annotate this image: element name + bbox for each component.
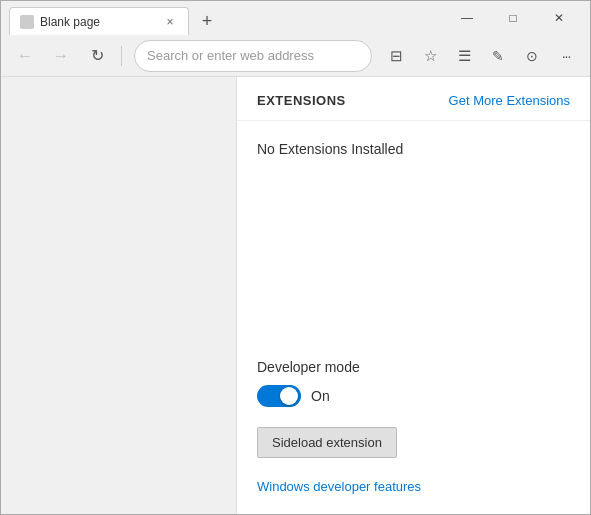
windows-developer-features-link[interactable]: Windows developer features <box>257 479 421 494</box>
minimize-button[interactable]: — <box>444 1 490 35</box>
refresh-icon: ↻ <box>91 46 104 65</box>
extensions-panel: EXTENSIONS Get More Extensions No Extens… <box>236 77 590 514</box>
web-notes-icon: ✎ <box>492 48 504 64</box>
forward-button[interactable]: → <box>45 40 77 72</box>
tab-area: Blank page × + <box>9 1 444 35</box>
new-tab-button[interactable]: + <box>193 7 221 35</box>
hub-icon: ☰ <box>458 47 471 65</box>
extensions-body: No Extensions Installed Developer mode O… <box>237 121 590 514</box>
extensions-header: EXTENSIONS Get More Extensions <box>237 77 590 121</box>
forward-icon: → <box>53 47 69 65</box>
developer-section: Developer mode On Sideload extension Win… <box>257 339 570 494</box>
favorites-button[interactable]: ☆ <box>414 40 446 72</box>
address-bar[interactable]: Search or enter web address <box>134 40 372 72</box>
active-tab[interactable]: Blank page × <box>9 7 189 35</box>
back-icon: ← <box>17 47 33 65</box>
refresh-button[interactable]: ↻ <box>81 40 113 72</box>
extensions-title: EXTENSIONS <box>257 93 346 108</box>
content-area: EXTENSIONS Get More Extensions No Extens… <box>1 77 590 514</box>
left-panel <box>1 77 236 514</box>
back-button[interactable]: ← <box>9 40 41 72</box>
share-icon: ⊙ <box>526 48 538 64</box>
favorites-icon: ☆ <box>424 47 437 65</box>
hub-button[interactable]: ☰ <box>448 40 480 72</box>
toolbar-icons: ⊟ ☆ ☰ ✎ ⊙ ··· <box>380 40 582 72</box>
reading-view-icon: ⊟ <box>390 47 403 65</box>
close-button[interactable]: ✕ <box>536 1 582 35</box>
address-text: Search or enter web address <box>147 48 314 63</box>
toolbar-separator <box>121 46 122 66</box>
more-button[interactable]: ··· <box>550 40 582 72</box>
web-notes-button[interactable]: ✎ <box>482 40 514 72</box>
get-more-extensions-link[interactable]: Get More Extensions <box>449 93 570 108</box>
title-bar: Blank page × + — □ ✕ <box>1 1 590 35</box>
reading-view-button[interactable]: ⊟ <box>380 40 412 72</box>
developer-mode-label: Developer mode <box>257 359 570 375</box>
toggle-knob <box>280 387 298 405</box>
toggle-state-text: On <box>311 388 330 404</box>
more-icon: ··· <box>562 48 571 64</box>
developer-mode-toggle[interactable] <box>257 385 301 407</box>
browser-toolbar: ← → ↻ Search or enter web address ⊟ ☆ ☰ … <box>1 35 590 77</box>
share-button[interactable]: ⊙ <box>516 40 548 72</box>
tab-close-button[interactable]: × <box>162 14 178 30</box>
toggle-row: On <box>257 385 570 407</box>
window-controls: — □ ✕ <box>444 1 582 35</box>
tab-favicon <box>20 15 34 29</box>
no-extensions-message: No Extensions Installed <box>257 141 570 157</box>
sideload-extension-button[interactable]: Sideload extension <box>257 427 397 458</box>
tab-label: Blank page <box>40 15 156 29</box>
browser-window: Blank page × + — □ ✕ ← → ↻ Search or ent… <box>0 0 591 515</box>
maximize-button[interactable]: □ <box>490 1 536 35</box>
